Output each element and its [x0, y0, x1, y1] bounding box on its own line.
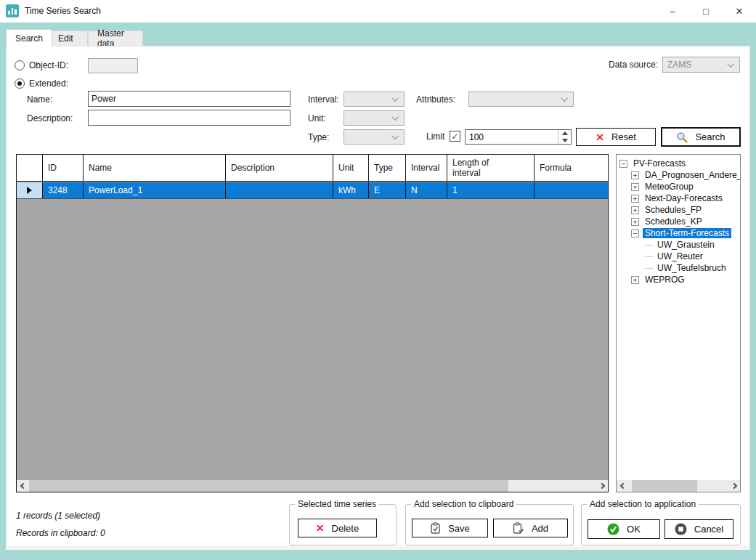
table-header-unit[interactable]: Unit [333, 155, 369, 181]
table-row[interactable]: 3248 PowerLoad_1 kWh E N 1 [17, 182, 608, 199]
group-label: Add selection to clipboard [411, 499, 516, 509]
expand-icon[interactable]: + [631, 218, 639, 226]
tree-item-meteogroup[interactable]: + MeteoGroup [617, 181, 740, 192]
tree-item-label[interactable]: Schedules_KP [643, 216, 704, 227]
collapse-icon[interactable]: − [619, 160, 627, 168]
save-button[interactable]: Save [412, 519, 488, 537]
tab-edit[interactable]: Edit [49, 31, 88, 46]
object-id-label: Object-ID: [29, 60, 68, 70]
reset-button[interactable]: ✕ Reset [576, 128, 656, 146]
unit-select[interactable] [344, 110, 405, 126]
attributes-select[interactable] [468, 92, 574, 107]
close-button[interactable]: ✕ [723, 0, 756, 22]
table-header-description[interactable]: Description [226, 155, 333, 181]
extended-radio[interactable] [15, 78, 25, 89]
group-add-to-clipboard: Add selection to clipboard Save Add [405, 504, 574, 545]
spinner-down-button[interactable] [558, 137, 571, 145]
cell-unit[interactable]: kWh [333, 182, 369, 198]
table-header-type[interactable]: Type [369, 155, 406, 181]
table-horizontal-scrollbar[interactable] [17, 480, 608, 492]
object-id-input[interactable] [88, 58, 138, 73]
expand-icon[interactable]: + [631, 206, 639, 214]
data-source-label: Data source: [609, 60, 658, 70]
tree-item-uw-teufelsbruch[interactable]: UW_Teufelsbruch [617, 262, 740, 274]
cancel-button[interactable]: Cancel [664, 519, 733, 539]
object-id-radio[interactable] [15, 60, 25, 70]
tree-item-label-selected[interactable]: Short-Term-Forecasts [643, 228, 731, 238]
clipboard-add-icon [513, 522, 524, 534]
limit-input[interactable] [466, 130, 558, 144]
save-button-label: Save [448, 523, 470, 534]
description-input[interactable] [88, 110, 290, 126]
cell-id[interactable]: 3248 [43, 182, 84, 198]
type-select[interactable] [344, 129, 405, 145]
chevron-left-icon [20, 483, 25, 489]
cell-interval[interactable]: N [406, 182, 447, 198]
table-header-name[interactable]: Name [84, 155, 226, 181]
interval-select[interactable] [344, 92, 405, 107]
data-source-select[interactable]: ZAMS [662, 57, 740, 73]
tree-item-uw-reuter[interactable]: UW_Reuter [617, 251, 740, 262]
tree-item-label[interactable]: MeteoGroup [643, 182, 696, 192]
clipboard-check-icon [430, 522, 441, 534]
expand-icon[interactable]: + [631, 276, 639, 284]
search-button-label: Search [695, 131, 725, 142]
row-selector-cell[interactable] [17, 182, 43, 198]
tab-search[interactable]: Search [6, 29, 52, 46]
cell-formula[interactable] [535, 182, 608, 198]
table-header-interval[interactable]: Interval [406, 155, 447, 181]
cell-name[interactable]: PowerLoad_1 [84, 182, 226, 198]
minimize-button[interactable]: – [656, 0, 689, 22]
app-window: Time Series Search – □ ✕ Search Edit Mas… [0, 0, 756, 560]
limit-checkbox[interactable]: ✓ [450, 131, 460, 142]
tree-item-schedules-fp[interactable]: + Schedules_FP [617, 204, 740, 216]
tree-item-label[interactable]: PV-Forecasts [631, 158, 688, 169]
tree-item-short-term-forecasts[interactable]: − Short-Term-Forecasts [617, 227, 740, 239]
spinner-up-button[interactable] [558, 130, 571, 137]
table-header-length-of-interval[interactable]: Length of interval [447, 155, 535, 181]
cell-description[interactable] [226, 182, 333, 198]
scroll-right-button[interactable] [596, 480, 608, 492]
tab-master-data[interactable]: Master data [88, 31, 143, 46]
tree-item-label[interactable]: UW_Reuter [655, 251, 705, 261]
magnifier-icon [676, 131, 688, 143]
collapse-icon[interactable]: − [631, 230, 639, 238]
tree-horizontal-scrollbar[interactable] [617, 480, 740, 492]
tree-item-weprog[interactable]: + WEPROG [617, 274, 740, 285]
scroll-left-button[interactable] [617, 480, 629, 492]
search-button[interactable]: Search [661, 127, 741, 147]
tree-item-next-day-forecasts[interactable]: + Next-Day-Forecasts [617, 192, 740, 204]
table-header-id[interactable]: ID [43, 155, 84, 181]
tree-item-label[interactable]: Schedules_FP [643, 205, 704, 215]
ok-check-icon [607, 523, 619, 535]
scroll-left-button[interactable] [17, 480, 29, 492]
limit-spinner [465, 129, 572, 145]
tree-item-label[interactable]: Next-Day-Forecasts [643, 193, 725, 203]
cell-length-of-interval[interactable]: 1 [447, 182, 535, 198]
tree-item-schedules-kp[interactable]: + Schedules_KP [617, 216, 740, 227]
scrollbar-thumb[interactable] [29, 480, 508, 492]
scroll-right-button[interactable] [728, 480, 740, 492]
scrollbar-thumb[interactable] [632, 480, 697, 492]
cell-type[interactable]: E [369, 182, 406, 198]
maximize-button[interactable]: □ [689, 0, 723, 22]
chevron-left-icon [619, 483, 625, 489]
delete-button[interactable]: ✕ Delete [298, 519, 377, 537]
expand-icon[interactable]: + [631, 195, 639, 203]
ok-button[interactable]: OK [588, 519, 660, 539]
tree-item-pv-forecasts[interactable]: − PV-Forecasts [617, 158, 740, 169]
tree-item-label[interactable]: DA_Prognosen_Andere_ [643, 170, 741, 180]
tree-item-label[interactable]: UW_Teufelsbruch [655, 263, 728, 273]
add-button[interactable]: Add [493, 519, 568, 537]
expand-icon[interactable]: + [631, 171, 639, 179]
interval-label: Interval: [308, 94, 339, 105]
table-header-formula[interactable]: Formula [535, 155, 608, 181]
name-input[interactable] [88, 91, 290, 107]
expand-icon[interactable]: + [631, 183, 639, 191]
chevron-down-icon [391, 132, 399, 139]
tree-item-uw-graustein[interactable]: UW_Graustein [617, 239, 740, 251]
tree-item-label[interactable]: UW_Graustein [655, 240, 717, 250]
tree-item-label[interactable]: WEPROG [643, 275, 687, 285]
chevron-right-icon [731, 483, 736, 489]
tree-item-da-prognosen[interactable]: + DA_Prognosen_Andere_ [617, 169, 740, 181]
